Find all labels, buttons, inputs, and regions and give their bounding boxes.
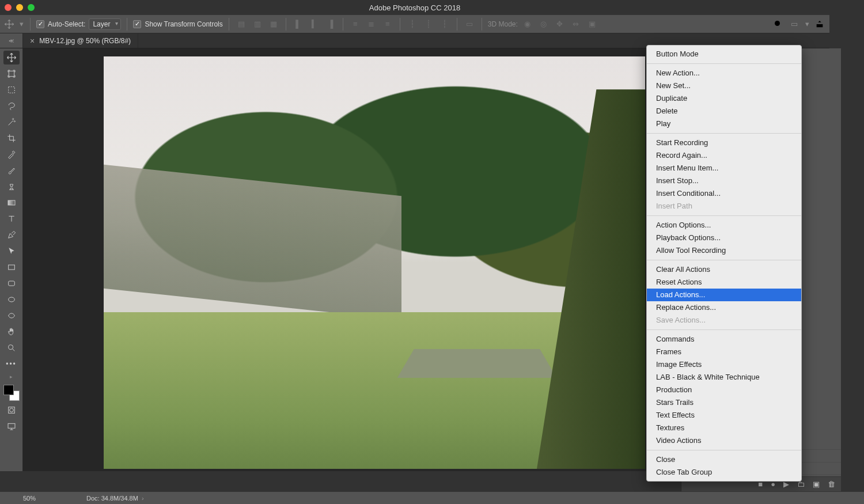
menu-item[interactable]: Delete <box>647 105 801 118</box>
tool-preset-dropdown-icon[interactable]: ▾ <box>18 18 24 30</box>
foreground-color-swatch[interactable] <box>3 385 14 395</box>
menu-item[interactable]: Frames <box>647 346 801 358</box>
separator <box>127 18 127 31</box>
3d-camera-icon[interactable]: ▣ <box>586 18 598 31</box>
menu-item[interactable]: Clear All Actions <box>647 263 801 276</box>
workspace-switcher-icon[interactable]: ▭ <box>788 18 801 31</box>
separator <box>482 18 482 31</box>
distribute-hcenter-icon[interactable]: ┊ <box>422 18 435 31</box>
menu-item[interactable]: Stars Trails <box>647 396 801 409</box>
align-vcenter-icon[interactable]: ▥ <box>251 18 264 31</box>
auto-select-checkbox[interactable] <box>36 20 44 28</box>
custom-shape-tool[interactable] <box>3 309 20 323</box>
hand-tool[interactable] <box>3 325 20 339</box>
auto-select-label: Auto-Select: <box>48 20 85 28</box>
toolbox: ••• ▸ <box>0 48 23 471</box>
svg-rect-5 <box>8 281 14 286</box>
menu-item[interactable]: New Action... <box>647 67 801 79</box>
type-tool[interactable] <box>3 212 20 226</box>
menu-item[interactable]: Button Mode <box>647 48 801 60</box>
3d-orbit-icon[interactable]: ◉ <box>521 18 534 31</box>
trash-icon[interactable]: 🗑 <box>828 480 829 484</box>
3d-slide-icon[interactable]: ⇔ <box>570 18 582 31</box>
menu-item[interactable]: Start Recording <box>647 137 801 149</box>
search-icon[interactable] <box>772 18 785 31</box>
eyedropper-tool[interactable] <box>3 147 20 161</box>
menu-separator <box>647 450 801 450</box>
distribute-right-icon[interactable]: ┆ <box>438 18 451 31</box>
document-tab-label: MBV-12.jpg @ 50% (RGB/8#) <box>39 37 131 45</box>
quick-mask-toggle[interactable] <box>3 403 20 417</box>
menu-item[interactable]: LAB - Black & White Technique <box>647 371 801 384</box>
menu-item[interactable]: Commands <box>647 333 801 346</box>
document-tab[interactable]: × MBV-12.jpg @ 50% (RGB/8#) <box>23 33 138 48</box>
menu-item[interactable]: Video Actions <box>647 434 801 447</box>
menu-item[interactable]: Load Actions... <box>647 289 801 301</box>
3d-roll-icon[interactable]: ◎ <box>537 18 550 31</box>
distribute-top-icon[interactable]: ≡ <box>349 18 362 31</box>
menu-item[interactable]: Playback Options... <box>647 232 801 244</box>
move-tool[interactable] <box>3 51 20 65</box>
workspace-dropdown-icon[interactable]: ▾ <box>804 18 810 31</box>
menu-item[interactable]: Duplicate <box>647 92 801 105</box>
menu-item[interactable]: Close <box>647 453 801 466</box>
align-left-icon[interactable]: ▌ <box>292 18 305 31</box>
path-selection-tool[interactable] <box>3 244 20 258</box>
rectangle-tool[interactable] <box>3 260 20 274</box>
menu-item[interactable]: Replace Actions... <box>647 301 801 314</box>
menu-item[interactable]: Reset Actions <box>647 276 801 289</box>
distribute-bottom-icon[interactable]: ≡ <box>381 18 394 31</box>
lasso-tool[interactable] <box>3 99 20 113</box>
menu-item[interactable]: Play <box>647 118 801 130</box>
brush-tool[interactable] <box>3 164 20 177</box>
move-tool-icon[interactable] <box>3 18 15 30</box>
svg-rect-10 <box>8 423 15 428</box>
crop-tool[interactable] <box>3 131 20 145</box>
toolbar-expand-icon[interactable]: ▸ <box>3 373 20 380</box>
align-bottom-icon[interactable]: ▦ <box>267 18 280 31</box>
color-swatches[interactable] <box>3 385 20 401</box>
pen-tool[interactable] <box>3 228 20 242</box>
menu-item[interactable]: New Set... <box>647 79 801 92</box>
magic-wand-tool[interactable] <box>3 115 20 129</box>
options-bar: ▾ Auto-Select: Layer Show Transform Cont… <box>0 15 829 33</box>
distribute-left-icon[interactable]: ┆ <box>406 18 419 31</box>
clone-stamp-tool[interactable] <box>3 180 20 194</box>
share-icon[interactable] <box>813 18 826 31</box>
gradient-tool[interactable] <box>3 196 20 210</box>
3d-pan-icon[interactable]: ✥ <box>554 18 566 31</box>
new-action-icon[interactable]: ▣ <box>813 480 820 484</box>
align-top-icon[interactable]: ▤ <box>235 18 248 31</box>
screen-mode-toggle[interactable] <box>3 419 20 433</box>
auto-align-icon[interactable]: ▭ <box>463 18 476 31</box>
edit-toolbar-button[interactable]: ••• <box>3 357 20 371</box>
auto-select-target-dropdown[interactable]: Layer <box>89 18 121 30</box>
menu-item[interactable]: Close Tab Group <box>647 466 801 479</box>
toolbar-collapse-toggle[interactable]: ≪ <box>0 33 23 48</box>
menu-item[interactable]: Image Effects <box>647 358 801 371</box>
align-right-icon[interactable]: ▐ <box>324 18 337 31</box>
ellipse-tool[interactable] <box>3 293 20 306</box>
close-tab-icon[interactable]: × <box>30 36 35 46</box>
auto-select-target-value: Layer <box>93 20 110 28</box>
menu-item[interactable]: Insert Conditional... <box>647 187 801 200</box>
menu-item[interactable]: Allow Tool Recording <box>647 244 801 257</box>
align-hcenter-icon[interactable]: ▍ <box>308 18 321 31</box>
menu-item[interactable]: Record Again... <box>647 149 801 162</box>
titlebar: Adobe Photoshop CC 2018 <box>0 0 829 15</box>
menu-item[interactable]: Action Options... <box>647 219 801 232</box>
menu-item[interactable]: Insert Menu Item... <box>647 162 801 175</box>
menu-item: Save Actions... <box>647 314 801 327</box>
menu-item[interactable]: Production <box>647 384 801 396</box>
zoom-tool[interactable] <box>3 341 20 355</box>
artboard-tool[interactable] <box>3 67 20 81</box>
show-transform-checkbox[interactable] <box>133 20 141 28</box>
distribute-vcenter-icon[interactable]: ≣ <box>365 18 378 31</box>
menu-item[interactable]: Textures <box>647 422 801 434</box>
svg-point-6 <box>8 297 14 302</box>
menu-item[interactable]: Text Effects <box>647 409 801 422</box>
separator <box>400 18 400 31</box>
menu-item[interactable]: Insert Stop... <box>647 175 801 187</box>
rounded-rectangle-tool[interactable] <box>3 276 20 290</box>
marquee-tool[interactable] <box>3 83 20 97</box>
